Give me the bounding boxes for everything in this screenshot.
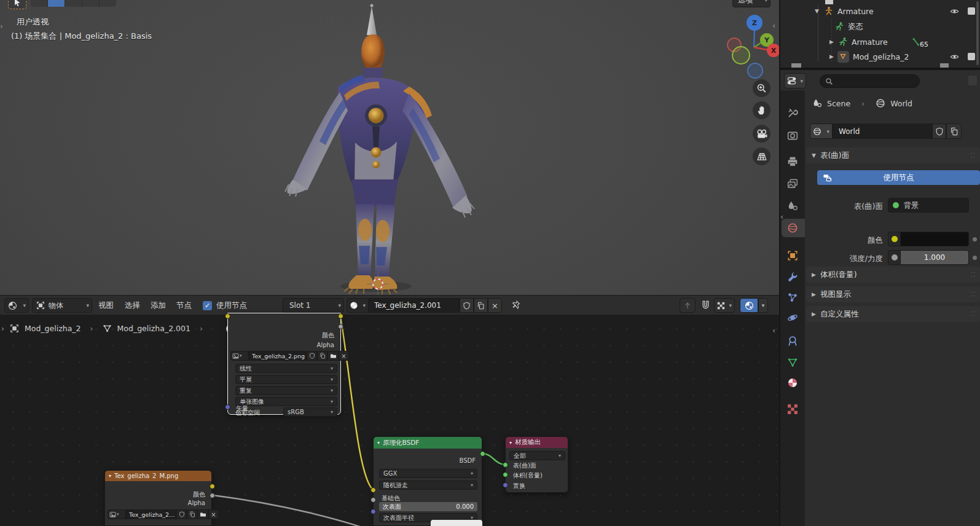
- surface-shader-dropdown[interactable]: 背景: [888, 198, 969, 213]
- select-mode-new-button[interactable]: [31, 0, 48, 7]
- socket-color-output[interactable]: [338, 313, 343, 319]
- image-name-field[interactable]: Tex_gelizha_2_M..: [126, 509, 176, 519]
- browse-image-button[interactable]: ▾: [108, 509, 126, 519]
- material-output-node[interactable]: ▾ 材质输出 全部▾ 表(曲)面 体积(音量) 置换: [505, 436, 568, 493]
- strength-socket-button[interactable]: [888, 250, 901, 265]
- axis-z-neg-ball[interactable]: [747, 63, 763, 79]
- axis-y-neg-ball[interactable]: [732, 46, 750, 65]
- region-collapse-arrow[interactable]: ‹: [772, 326, 775, 335]
- unlink-x-button[interactable]: ×: [488, 298, 502, 313]
- ortho-toggle-button[interactable]: [753, 147, 770, 165]
- select-mode-subtract-button[interactable]: [65, 0, 82, 7]
- use-nodes-button[interactable]: 使用节点: [817, 170, 980, 185]
- shader-mode-dropdown[interactable]: 物体▾: [32, 298, 92, 313]
- vertical-splitter[interactable]: [779, 0, 780, 526]
- tab-modifiers[interactable]: [787, 271, 798, 282]
- strength-value-slider[interactable]: 1.000: [901, 250, 969, 265]
- extension-dropdown[interactable]: 重复▾: [235, 386, 337, 395]
- material-slot-dropdown[interactable]: Slot 1▾: [283, 298, 344, 313]
- tab-object[interactable]: [787, 250, 798, 261]
- open-popup-field[interactable]: [431, 520, 482, 526]
- tab-object-data[interactable]: [787, 357, 798, 368]
- copy-icon[interactable]: [187, 509, 197, 519]
- copy-icon[interactable]: [317, 351, 327, 361]
- subsurface-slider[interactable]: 次表面0.000: [379, 502, 477, 511]
- principled-bsdf-node[interactable]: ▾ 原理化BSDF BSDF GGX▾ 随机游走▾ 基础色 次表面0.000 次…: [373, 436, 482, 526]
- interpolation-dropdown[interactable]: 线性▾: [235, 364, 337, 373]
- viewport-3d[interactable]: 选项 ▾ 用户透视 (1) 场景集合 | Mod_gelizha_2 : Bas…: [0, 0, 779, 295]
- browse-material-button[interactable]: ▾: [347, 298, 369, 313]
- disclosure-triangle[interactable]: ▶: [829, 53, 834, 60]
- navigation-gizmo[interactable]: Z Y X: [707, 12, 779, 80]
- shading-preview-button[interactable]: [740, 298, 758, 313]
- new-copy-button[interactable]: [946, 124, 962, 139]
- shading-dropdown[interactable]: ▾: [758, 298, 768, 313]
- region-expand-arrow[interactable]: ›: [0, 22, 3, 31]
- menu-add[interactable]: 添加: [147, 299, 170, 313]
- outliner-row-pose[interactable]: 姿态: [780, 19, 980, 34]
- collapse-chevron-icon[interactable]: ▾: [377, 440, 380, 446]
- socket-alpha-output[interactable]: [210, 493, 215, 498]
- image-name-field[interactable]: Tex_gelizha_2.png: [249, 351, 307, 361]
- socket-vector-input[interactable]: [225, 404, 230, 410]
- socket-subsurface-radius-input[interactable]: [370, 509, 376, 514]
- scrollbar[interactable]: [976, 1, 979, 65]
- horizontal-splitter[interactable]: [780, 68, 980, 69]
- filter-options-button[interactable]: [968, 76, 977, 85]
- region-collapse-arrow[interactable]: ‹: [772, 21, 775, 30]
- bsdf-node-header[interactable]: ▾ 原理化BSDF: [374, 437, 482, 449]
- socket-bsdf-output[interactable]: [480, 451, 485, 457]
- editor-type-button[interactable]: ▾: [784, 73, 806, 88]
- menu-node[interactable]: 节点: [173, 299, 195, 313]
- fake-user-shield-button[interactable]: [176, 509, 187, 519]
- browse-world-button[interactable]: ▾: [810, 124, 833, 139]
- drag-handle-icon[interactable]: ⁚⁚: [971, 152, 976, 159]
- socket-displacement-input[interactable]: [503, 482, 508, 488]
- outliner-row-armature-data[interactable]: ▶ Armature 65: [780, 34, 980, 49]
- tab-output[interactable]: [787, 156, 798, 167]
- drag-handle-icon[interactable]: ⁚⁚: [971, 311, 976, 317]
- material-name-field[interactable]: Tex_gelizha_2.001: [369, 298, 460, 313]
- socket-base-color-input[interactable]: [370, 487, 376, 493]
- tab-tool[interactable]: [787, 108, 798, 119]
- viewport-display-panel-header[interactable]: ▶ 视图显示 ⁚⁚: [806, 286, 980, 302]
- eye-icon[interactable]: [950, 52, 959, 61]
- outliner-row-armature-object[interactable]: ▼ Armature: [780, 4, 980, 18]
- menu-select[interactable]: 选择: [121, 299, 144, 313]
- disclosure-triangle[interactable]: ▶: [829, 39, 834, 45]
- open-folder-icon[interactable]: [327, 351, 339, 361]
- fake-user-shield-button[interactable]: [307, 351, 317, 361]
- tab-particles[interactable]: [787, 292, 798, 303]
- tab-scene[interactable]: [787, 200, 798, 211]
- tab-render[interactable]: [787, 130, 798, 141]
- character-model[interactable]: [283, 0, 492, 295]
- projection-dropdown[interactable]: 平展▾: [235, 375, 337, 384]
- axis-x-ball[interactable]: X: [767, 44, 780, 57]
- menu-view[interactable]: 视图: [95, 299, 117, 313]
- tab-texture[interactable]: [787, 404, 798, 415]
- select-mode-extend-button[interactable]: [48, 0, 65, 7]
- colorspace-dropdown[interactable]: sRGB▾: [283, 407, 337, 417]
- fake-user-shield-button[interactable]: [932, 124, 946, 139]
- color-swatch[interactable]: [901, 232, 969, 246]
- socket-color-output[interactable]: [225, 313, 230, 319]
- zoom-button[interactable]: [753, 79, 770, 97]
- source-dropdown[interactable]: 单张图像▾: [235, 397, 337, 406]
- socket-color-output[interactable]: [210, 484, 215, 489]
- viewport-options-button[interactable]: 选项 ▾: [732, 0, 770, 7]
- sss-method-dropdown[interactable]: 随机游走▾: [379, 481, 477, 490]
- use-nodes-checkbox[interactable]: ✓: [203, 301, 212, 310]
- image-texture-node[interactable]: 颜色 Alpha ▾ Tex_gelizha_2.png × 线性▾ 平展▾ 重…: [227, 313, 341, 415]
- animate-decorator-dot[interactable]: [973, 237, 977, 241]
- collapse-chevron-icon[interactable]: ▾: [509, 440, 512, 446]
- unlink-x-button[interactable]: ×: [208, 509, 219, 519]
- pan-hand-button[interactable]: [753, 101, 770, 119]
- fake-user-shield-button[interactable]: [460, 298, 474, 313]
- m-node-header[interactable]: ▾ Tex_gelizha_2_M.png: [105, 471, 211, 481]
- eye-icon[interactable]: [950, 7, 959, 16]
- snap-mode-dropdown[interactable]: ▾: [714, 298, 735, 313]
- browse-image-button[interactable]: ▾: [230, 351, 249, 361]
- socket-alpha-output[interactable]: [338, 324, 343, 329]
- partial-visibility-icon[interactable]: [968, 53, 975, 60]
- breadcrumb-world[interactable]: World: [890, 99, 912, 108]
